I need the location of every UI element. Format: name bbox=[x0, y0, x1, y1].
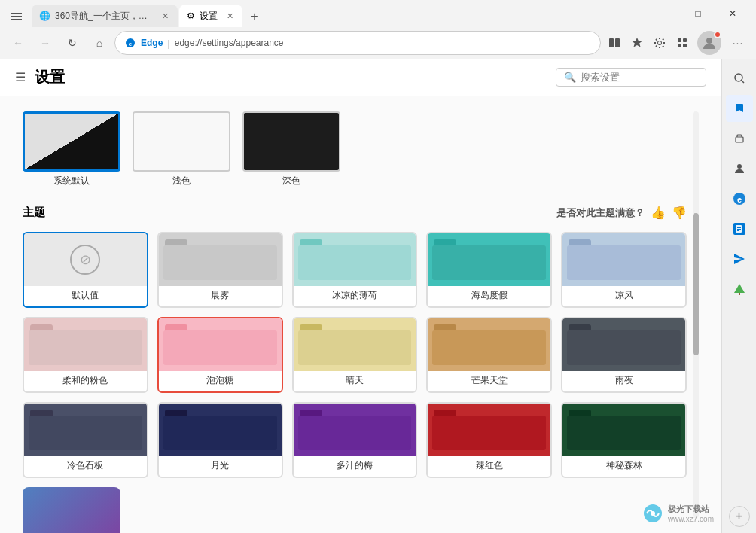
tab-360-title: 360导航_一个主页，整个世界 bbox=[55, 10, 153, 23]
tab-settings-close[interactable]: ✕ bbox=[225, 10, 235, 23]
settings-header: ☰ 设置 🔍 bbox=[0, 59, 721, 96]
profile-notification-dot bbox=[714, 31, 721, 38]
address-brand: Edge bbox=[141, 38, 163, 48]
scrollbar-track[interactable] bbox=[693, 111, 699, 518]
browser-frame: 🌐 360导航_一个主页，整个世界 ✕ ⚙ 设置 ✕ + — □ ✕ ← → ↻… bbox=[0, 0, 756, 533]
svg-line-13 bbox=[742, 81, 744, 83]
theme-mist-label: 晨雾 bbox=[159, 286, 282, 303]
close-icon: ✕ bbox=[729, 8, 736, 19]
new-tab-button[interactable]: + bbox=[244, 6, 265, 27]
theme-hot-red-label: 辣红色 bbox=[428, 456, 550, 474]
color-scheme-light[interactable]: 浅色 bbox=[133, 111, 230, 187]
window-controls: — □ ✕ bbox=[646, 2, 750, 25]
tab-settings[interactable]: ⚙ 设置 ✕ bbox=[179, 5, 242, 27]
themes-title-text: 主题 bbox=[23, 206, 45, 220]
color-scheme-system-label: 系统默认 bbox=[23, 175, 120, 187]
theme-item-bottom[interactable] bbox=[23, 487, 120, 533]
theme-item-mango[interactable]: 芒果天堂 bbox=[426, 317, 552, 393]
scrollbar-thumb[interactable] bbox=[693, 213, 699, 355]
theme-mystic-forest-preview bbox=[562, 404, 685, 456]
theme-item-ice-mint[interactable]: 冰凉的薄荷 bbox=[292, 232, 418, 308]
svg-rect-0 bbox=[11, 13, 22, 14]
sidebar-add-icon-btn[interactable]: + bbox=[729, 506, 750, 527]
tab-360-close[interactable]: ✕ bbox=[160, 10, 170, 23]
theme-mist-preview bbox=[159, 233, 282, 286]
maximize-button[interactable]: □ bbox=[681, 2, 715, 25]
theme-bubble-preview bbox=[159, 318, 282, 371]
settings-icon-btn[interactable] bbox=[649, 32, 670, 53]
settings-scroll-content[interactable]: 系统默认 浅色 深色 bbox=[0, 96, 721, 533]
sidebar-edge-icon-btn[interactable]: e bbox=[726, 185, 753, 212]
theme-default-label: 默认值 bbox=[24, 286, 147, 303]
color-scheme-light-preview bbox=[133, 111, 230, 172]
split-screen-button[interactable] bbox=[604, 32, 625, 53]
right-sidebar: e + bbox=[721, 59, 756, 533]
thumbs-up-button[interactable]: 👍 bbox=[651, 206, 666, 220]
color-scheme-light-label: 浅色 bbox=[133, 175, 230, 187]
forward-button[interactable]: → bbox=[33, 31, 57, 55]
close-button[interactable]: ✕ bbox=[715, 2, 750, 25]
theme-item-juicy-plum[interactable]: 多汁的梅 bbox=[292, 402, 418, 478]
favorites-button[interactable] bbox=[626, 32, 648, 53]
svg-rect-1 bbox=[11, 16, 22, 17]
color-scheme-system[interactable]: 系统默认 bbox=[23, 111, 120, 187]
sidebar-person-icon-btn[interactable] bbox=[726, 155, 753, 182]
profile-button[interactable] bbox=[697, 31, 721, 55]
theme-cold-slate-preview bbox=[24, 404, 147, 456]
minimize-button[interactable]: — bbox=[646, 2, 681, 25]
feedback-label: 是否对此主题满意？ bbox=[556, 206, 645, 220]
collections-button[interactable] bbox=[672, 32, 693, 53]
sidebar-bookmark-icon-btn[interactable] bbox=[726, 95, 753, 122]
settings-search-input[interactable] bbox=[581, 72, 698, 83]
svg-rect-7 bbox=[678, 38, 681, 42]
theme-item-sunny[interactable]: 晴天 bbox=[292, 317, 418, 393]
forward-icon: → bbox=[40, 37, 50, 49]
theme-item-island[interactable]: 海岛度假 bbox=[426, 232, 552, 308]
theme-item-breeze[interactable]: 凉风 bbox=[561, 232, 687, 308]
svg-rect-20 bbox=[737, 227, 741, 228]
settings-main-content: 系统默认 浅色 深色 bbox=[23, 111, 687, 518]
theme-item-mist[interactable]: 晨雾 bbox=[157, 232, 283, 308]
sidebar-outlook-icon-btn[interactable] bbox=[726, 215, 753, 242]
refresh-button[interactable]: ↻ bbox=[60, 31, 84, 55]
main-area: ☰ 设置 🔍 系统默认 bbox=[0, 59, 756, 533]
theme-item-soft-pink[interactable]: 柔和的粉色 bbox=[23, 317, 148, 393]
color-scheme-dark-preview bbox=[242, 111, 340, 172]
address-icons bbox=[604, 32, 693, 53]
tab-settings-favicon: ⚙ bbox=[187, 11, 195, 21]
color-scheme-dark[interactable]: 深色 bbox=[242, 111, 340, 187]
tab-360[interactable]: 🌐 360导航_一个主页，整个世界 ✕ bbox=[32, 5, 178, 27]
svg-rect-5 bbox=[609, 38, 614, 47]
settings-search-box[interactable]: 🔍 bbox=[556, 68, 706, 87]
theme-rainy-night-label: 雨夜 bbox=[562, 371, 685, 388]
sidebar-toggle-btn[interactable] bbox=[6, 6, 27, 27]
home-icon: ⌂ bbox=[96, 37, 102, 49]
theme-item-bubble[interactable]: 泡泡糖 bbox=[157, 317, 283, 393]
theme-item-rainy-night[interactable]: 雨夜 bbox=[561, 317, 687, 393]
tab-360-favicon: 🌐 bbox=[39, 11, 50, 21]
back-button[interactable]: ← bbox=[6, 31, 30, 55]
sidebar-search-icon-btn[interactable] bbox=[726, 65, 753, 92]
address-bar: ← → ↻ ⌂ e Edge | edge://settings/appeara… bbox=[0, 27, 756, 59]
more-options-button[interactable]: ··· bbox=[726, 31, 750, 55]
svg-text:e: e bbox=[129, 41, 133, 47]
theme-breeze-preview bbox=[562, 233, 685, 286]
theme-item-cold-slate[interactable]: 冷色石板 bbox=[23, 402, 148, 478]
sidebar-send-icon-btn[interactable] bbox=[726, 245, 753, 273]
theme-rainy-night-preview bbox=[562, 318, 685, 371]
theme-item-default[interactable]: ⊘ 默认值 bbox=[23, 232, 148, 308]
theme-default-preview: ⊘ bbox=[24, 233, 147, 286]
theme-bubble-label: 泡泡糖 bbox=[159, 371, 282, 388]
sidebar-briefcase-icon-btn[interactable] bbox=[726, 125, 753, 152]
address-url: edge://settings/appearance bbox=[175, 38, 284, 48]
thumbs-down-button[interactable]: 👎 bbox=[672, 206, 687, 220]
sidebar-tree-icon-btn[interactable] bbox=[726, 276, 753, 303]
theme-item-moonlight[interactable]: 月光 bbox=[157, 402, 283, 478]
svg-rect-24 bbox=[739, 293, 740, 295]
menu-toggle-icon[interactable]: ☰ bbox=[15, 70, 26, 84]
theme-item-mystic-forest[interactable]: 神秘森林 bbox=[561, 402, 687, 478]
theme-mango-label: 芒果天堂 bbox=[428, 371, 550, 388]
address-input[interactable]: e Edge | edge://settings/appearance bbox=[114, 31, 601, 55]
theme-item-hot-red[interactable]: 辣红色 bbox=[426, 402, 552, 478]
home-button[interactable]: ⌂ bbox=[87, 31, 111, 55]
